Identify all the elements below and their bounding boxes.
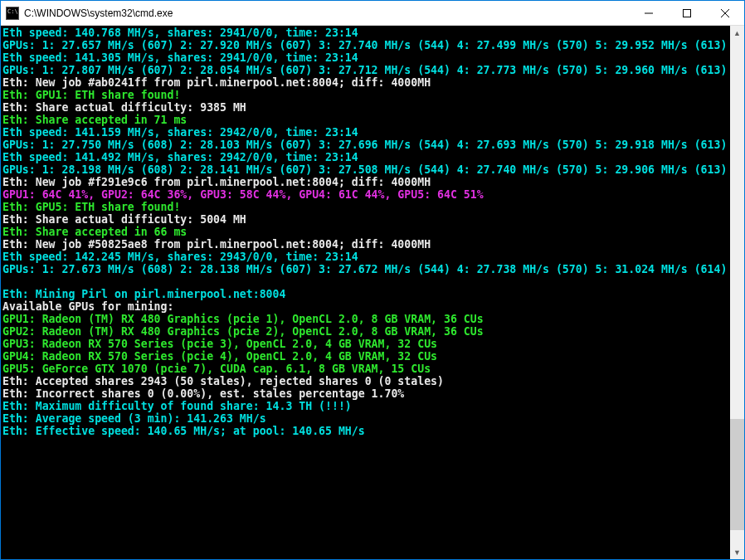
console-line: Eth: Share accepted in 66 ms — [2, 226, 728, 238]
console-line: GPU1: Radeon (TM) RX 480 Graphics (pcie … — [2, 313, 728, 325]
console-line: Available GPUs for mining: — [2, 300, 728, 313]
scroll-down-button[interactable]: ▼ — [730, 545, 744, 559]
console-line: Eth: New job #f291e9c6 from pirl.minerpo… — [2, 176, 728, 188]
minimize-button[interactable] — [630, 1, 668, 26]
console-line: Eth speed: 141.305 MH/s, shares: 2941/0/… — [2, 51, 728, 64]
close-button[interactable] — [706, 1, 744, 26]
console-line: Eth: Share actual difficulty: 5004 MH — [2, 213, 728, 226]
console-line: GPU4: Radeon RX 570 Series (pcie 4), Ope… — [2, 350, 728, 363]
console-line: Eth: GPU1: ETH share found! — [2, 89, 728, 101]
console-line: Eth speed: 141.492 MH/s, shares: 2942/0/… — [2, 151, 728, 163]
console-line: Eth: Mining Pirl on pirl.minerpool.net:8… — [2, 288, 728, 300]
console-line: Eth: Effective speed: 140.65 MH/s; at po… — [2, 425, 728, 437]
console-line: Eth speed: 142.245 MH/s, shares: 2943/0/… — [2, 251, 728, 263]
console-line: Eth: New job #ab0241ff from pirl.minerpo… — [2, 76, 728, 89]
scroll-thumb[interactable] — [730, 419, 744, 530]
console-line: Eth: GPU5: ETH share found! — [2, 201, 728, 213]
console-line: GPU2: Radeon (TM) RX 480 Graphics (pcie … — [2, 325, 728, 338]
console-line: GPUs: 1: 28.198 MH/s (608) 2: 28.141 MH/… — [2, 163, 728, 176]
vertical-scrollbar[interactable]: ▲ ▼ — [730, 26, 744, 559]
console-line: GPUs: 1: 27.657 MH/s (607) 2: 27.920 MH/… — [2, 39, 728, 51]
console-area[interactable]: Eth speed: 140.768 MH/s, shares: 2941/0/… — [1, 26, 744, 559]
console-line: Eth: Share actual difficulty: 9385 MH — [2, 101, 728, 114]
window-title: C:\WINDOWS\system32\cmd.exe — [24, 7, 630, 19]
console-line: Eth: New job #50825ae8 from pirl.minerpo… — [2, 238, 728, 251]
console-line: Eth speed: 140.768 MH/s, shares: 2941/0/… — [2, 27, 728, 39]
console-line: Eth: Accepted shares 2943 (50 stales), r… — [2, 375, 728, 387]
console-line: Eth: Average speed (3 min): 141.263 MH/s — [2, 412, 728, 425]
console-line — [2, 275, 728, 288]
console-line: GPUs: 1: 27.673 MH/s (608) 2: 28.138 MH/… — [2, 263, 728, 275]
console-line: GPU5: GeForce GTX 1070 (pcie 7), CUDA ca… — [2, 363, 728, 375]
console-output: Eth speed: 140.768 MH/s, shares: 2941/0/… — [1, 26, 730, 438]
maximize-button[interactable] — [668, 1, 706, 26]
console-line: GPU1: 64C 41%, GPU2: 64C 36%, GPU3: 58C … — [2, 188, 728, 201]
titlebar[interactable]: C:\WINDOWS\system32\cmd.exe — [1, 1, 744, 26]
console-line: GPUs: 1: 27.750 MH/s (608) 2: 28.103 MH/… — [2, 139, 728, 151]
console-line: Eth: Incorrect shares 0 (0.00%), est. st… — [2, 387, 728, 400]
scroll-track[interactable] — [730, 40, 744, 545]
console-line: Eth speed: 141.159 MH/s, shares: 2942/0/… — [2, 126, 728, 139]
console-line: GPU3: Radeon RX 570 Series (pcie 3), Ope… — [2, 338, 728, 350]
cmd-icon — [6, 7, 19, 20]
svg-rect-1 — [684, 9, 691, 17]
console-line: Eth: Share accepted in 71 ms — [2, 114, 728, 126]
scroll-up-button[interactable]: ▲ — [730, 26, 744, 40]
console-line: GPUs: 1: 27.807 MH/s (607) 2: 28.054 MH/… — [2, 64, 728, 76]
console-line: Eth: Maximum difficulty of found share: … — [2, 400, 728, 412]
